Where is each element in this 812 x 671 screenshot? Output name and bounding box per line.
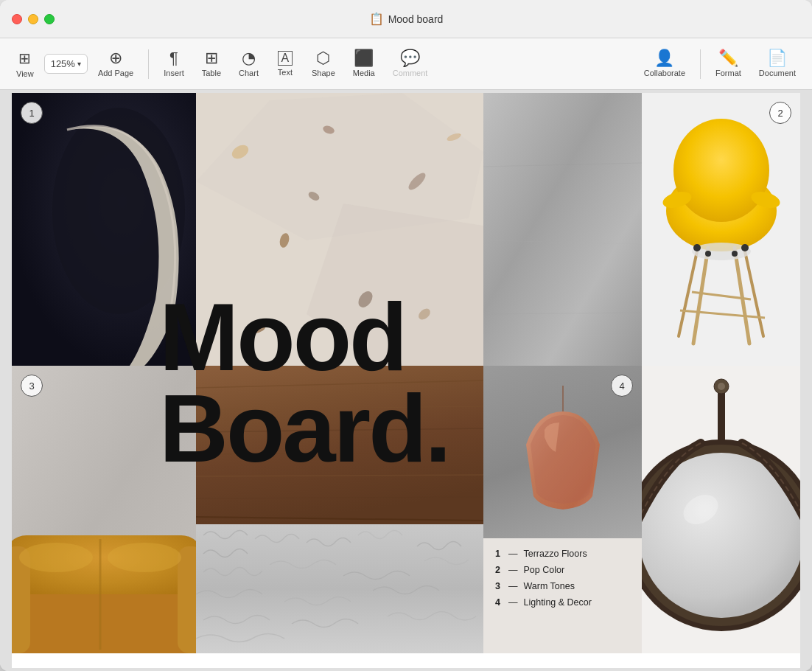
document-icon: 📄 bbox=[767, 50, 787, 66]
collaborate-button[interactable]: 👤 Collaborate bbox=[637, 46, 693, 82]
text-button[interactable]: A Text bbox=[269, 46, 301, 81]
add-page-label: Add Page bbox=[98, 69, 133, 77]
svg-point-56 bbox=[718, 383, 725, 390]
media-icon: ⬛ bbox=[354, 50, 374, 66]
table-button[interactable]: ⊞ Table bbox=[195, 46, 228, 82]
shape-icon: ⬡ bbox=[316, 50, 330, 66]
cell-terrazzo bbox=[196, 93, 483, 366]
pendant-svg bbox=[519, 386, 607, 518]
zoom-chevron-icon: ▾ bbox=[77, 60, 81, 68]
comment-label: Comment bbox=[393, 69, 428, 77]
svg-rect-44 bbox=[196, 366, 483, 524]
cell-wood-fur bbox=[196, 366, 483, 653]
legend-num-1: 1 bbox=[495, 549, 503, 559]
titlebar: 📋 Mood board bbox=[0, 0, 812, 38]
page-num-3: 3 bbox=[21, 375, 43, 397]
sidebar-icon: ⊞ bbox=[18, 49, 31, 67]
svg-point-33 bbox=[705, 251, 711, 257]
wood-fur-svg bbox=[196, 366, 483, 653]
canvas[interactable]: 1 bbox=[0, 90, 812, 671]
format-button[interactable]: ✏️ Format bbox=[708, 46, 749, 82]
view-button[interactable]: ⊞ View bbox=[9, 45, 41, 83]
page-num-2: 2 bbox=[769, 102, 791, 124]
view-label: View bbox=[16, 69, 34, 78]
document-button[interactable]: 📄 Document bbox=[752, 46, 803, 82]
zoom-value: 125% bbox=[51, 58, 75, 69]
window-title: 📋 Mood board bbox=[369, 12, 444, 26]
comment-icon: 💬 bbox=[400, 50, 420, 66]
page-num-1: 1 bbox=[21, 102, 43, 124]
legend-text-3: Warm Tones bbox=[524, 581, 575, 591]
format-icon: ✏️ bbox=[718, 50, 738, 66]
legend-num-2: 2 bbox=[495, 565, 503, 575]
legend-num-4: 4 bbox=[495, 597, 503, 608]
legend-num-3: 3 bbox=[495, 581, 503, 591]
legend-item-2: 2 — Pop Color bbox=[495, 565, 630, 575]
legend-dash-3: — bbox=[508, 581, 518, 591]
mirror-svg bbox=[642, 366, 800, 653]
comment-button[interactable]: 💬 Comment bbox=[385, 46, 435, 82]
add-page-button[interactable]: ⊕ Add Page bbox=[91, 46, 141, 82]
cell-yellow-chair: 2 bbox=[642, 93, 800, 366]
legend-item-4: 4 — Lighting & Decor bbox=[495, 597, 630, 608]
app-window: 📋 Mood board ⊞ View 125% ▾ ⊕ Add Page ¶ … bbox=[0, 0, 812, 671]
chart-button[interactable]: ◔ Chart bbox=[231, 46, 266, 82]
legend-text-2: Pop Color bbox=[524, 565, 565, 575]
legend-item-1: 1 — Terrazzo Floors bbox=[495, 549, 630, 559]
legend-item-3: 3 — Warm Tones bbox=[495, 581, 630, 591]
concrete-svg bbox=[483, 93, 642, 366]
sofa-svg bbox=[12, 366, 196, 653]
shape-label: Shape bbox=[312, 69, 335, 77]
table-icon: ⊞ bbox=[205, 50, 218, 66]
chair-svg bbox=[12, 93, 196, 366]
legend-dash-4: — bbox=[508, 597, 518, 608]
shape-button[interactable]: ⬡ Shape bbox=[304, 46, 343, 82]
svg-point-21 bbox=[673, 119, 769, 222]
svg-point-43 bbox=[108, 543, 181, 572]
insert-icon: ¶ bbox=[169, 50, 178, 66]
svg-rect-38 bbox=[12, 594, 196, 653]
table-label: Table bbox=[202, 69, 221, 77]
chart-icon: ◔ bbox=[242, 50, 256, 66]
collaborate-icon: 👤 bbox=[654, 50, 674, 66]
close-button[interactable] bbox=[12, 14, 22, 24]
media-button[interactable]: ⬛ Media bbox=[346, 46, 382, 82]
svg-point-42 bbox=[19, 543, 93, 572]
text-icon: A bbox=[278, 51, 293, 66]
format-label: Format bbox=[715, 69, 741, 77]
terrazzo-svg bbox=[196, 93, 483, 366]
cell-sofa: 3 bbox=[12, 366, 196, 653]
svg-point-34 bbox=[732, 251, 738, 257]
divider-2 bbox=[700, 49, 701, 79]
legend-text-1: Terrazzo Floors bbox=[524, 549, 587, 559]
fullscreen-button[interactable] bbox=[44, 14, 55, 24]
svg-point-30 bbox=[692, 243, 751, 260]
insert-button[interactable]: ¶ Insert bbox=[156, 46, 192, 82]
svg-point-31 bbox=[693, 244, 701, 251]
legend-text-4: Lighting & Decor bbox=[524, 597, 592, 608]
zoom-control[interactable]: 125% ▾ bbox=[44, 54, 88, 74]
svg-rect-52 bbox=[196, 524, 483, 653]
concrete-bg bbox=[483, 93, 642, 366]
cell-leather-chair: 1 bbox=[12, 93, 196, 366]
svg-point-32 bbox=[741, 244, 749, 251]
cell-pendant-legend: 4 bbox=[483, 366, 642, 653]
media-label: Media bbox=[353, 69, 375, 77]
minimize-button[interactable] bbox=[28, 14, 38, 24]
add-page-icon: ⊕ bbox=[109, 50, 122, 66]
legend-dash-2: — bbox=[508, 565, 518, 575]
traffic-lights bbox=[0, 14, 55, 24]
window-title-text: Mood board bbox=[388, 13, 444, 25]
chart-label: Chart bbox=[239, 69, 259, 77]
app-icon: 📋 bbox=[369, 12, 384, 26]
yellow-chair-svg bbox=[642, 93, 800, 366]
page-num-4: 4 bbox=[611, 375, 633, 397]
document-label: Document bbox=[759, 69, 796, 77]
moodboard: 1 bbox=[12, 93, 800, 668]
toolbar: ⊞ View 125% ▾ ⊕ Add Page ¶ Insert ⊞ Tabl… bbox=[0, 38, 812, 90]
divider-1 bbox=[148, 49, 149, 79]
collaborate-label: Collaborate bbox=[644, 69, 685, 77]
legend-dash-1: — bbox=[508, 549, 518, 559]
svg-rect-15 bbox=[483, 93, 642, 366]
cell-mirror bbox=[642, 366, 800, 653]
